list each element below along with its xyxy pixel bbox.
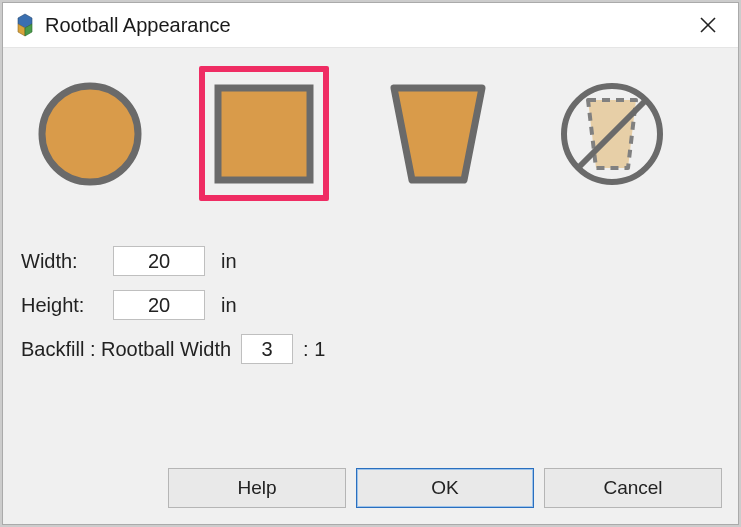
tapered-icon <box>384 80 492 188</box>
height-input[interactable] <box>113 290 205 320</box>
width-input[interactable] <box>113 246 205 276</box>
svg-point-5 <box>42 86 138 182</box>
dialog-body: Width: in Height: in Backfill : Rootball… <box>3 47 738 524</box>
none-icon <box>558 80 666 188</box>
app-icon <box>13 13 37 37</box>
help-button[interactable]: Help <box>168 468 346 508</box>
width-row: Width: in <box>21 239 724 283</box>
circle-icon <box>36 80 144 188</box>
svg-marker-7 <box>394 88 482 180</box>
width-label: Width: <box>21 250 113 273</box>
height-row: Height: in <box>21 283 724 327</box>
height-label: Height: <box>21 294 113 317</box>
dialog-buttons: Help OK Cancel <box>17 468 724 510</box>
ratio-suffix: : 1 <box>303 338 325 361</box>
window-title: Rootball Appearance <box>45 14 231 37</box>
shape-circle-option[interactable] <box>25 66 155 201</box>
height-unit: in <box>221 294 237 317</box>
shape-tapered-option[interactable] <box>373 66 503 201</box>
shape-square-option[interactable] <box>199 66 329 201</box>
shape-options-row <box>17 66 724 201</box>
dimensions-form: Width: in Height: in Backfill : Rootball… <box>17 239 724 371</box>
svg-rect-6 <box>218 88 310 180</box>
ratio-row: Backfill : Rootball Width : 1 <box>21 327 724 371</box>
titlebar: Rootball Appearance <box>3 3 738 47</box>
close-button[interactable] <box>686 3 730 47</box>
width-unit: in <box>221 250 237 273</box>
close-icon <box>699 16 717 34</box>
dialog-window: Rootball Appearance <box>2 2 739 525</box>
square-icon <box>210 80 318 188</box>
ratio-input[interactable] <box>241 334 293 364</box>
shape-none-option[interactable] <box>547 66 677 201</box>
cancel-button[interactable]: Cancel <box>544 468 722 508</box>
ok-button[interactable]: OK <box>356 468 534 508</box>
ratio-label: Backfill : Rootball Width <box>21 338 231 361</box>
